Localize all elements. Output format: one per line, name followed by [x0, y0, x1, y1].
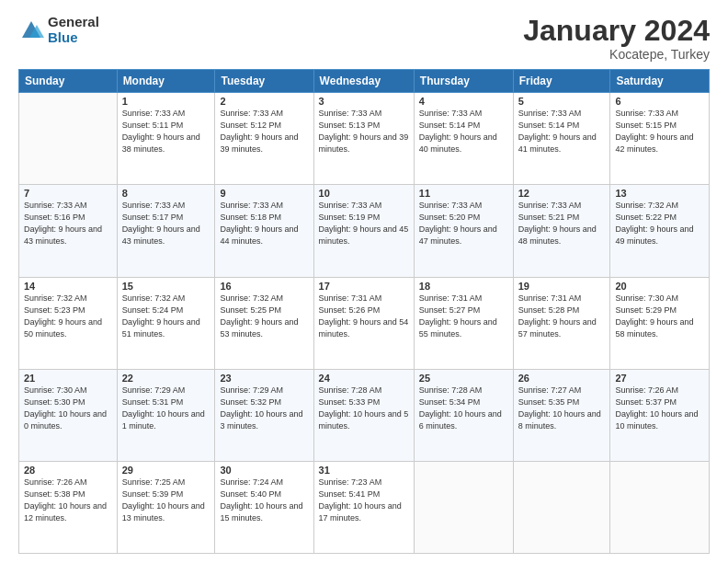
day-info: Sunrise: 7:25 AM Sunset: 5:39 PM Dayligh… [122, 477, 210, 524]
day-info: Sunrise: 7:33 AM Sunset: 5:21 PM Dayligh… [518, 200, 606, 247]
day-number: 22 [122, 373, 210, 384]
week-row-2: 7Sunrise: 7:33 AM Sunset: 5:16 PM Daylig… [19, 185, 710, 277]
day-number: 16 [220, 281, 308, 292]
day-number: 4 [419, 96, 508, 107]
day-number: 20 [615, 281, 704, 292]
day-info: Sunrise: 7:32 AM Sunset: 5:23 PM Dayligh… [24, 293, 112, 340]
day-info: Sunrise: 7:33 AM Sunset: 5:15 PM Dayligh… [615, 108, 704, 155]
weekday-header-row: Sunday Monday Tuesday Wednesday Thursday… [19, 70, 710, 93]
header-thursday: Thursday [414, 70, 513, 93]
day-number: 28 [24, 465, 112, 476]
day-number: 11 [419, 188, 508, 199]
day-number: 18 [419, 281, 508, 292]
table-row: 27Sunrise: 7:26 AM Sunset: 5:37 PM Dayli… [610, 369, 710, 461]
day-info: Sunrise: 7:33 AM Sunset: 5:14 PM Dayligh… [419, 108, 508, 155]
day-info: Sunrise: 7:33 AM Sunset: 5:18 PM Dayligh… [220, 200, 308, 247]
day-info: Sunrise: 7:30 AM Sunset: 5:30 PM Dayligh… [24, 385, 112, 432]
week-row-3: 14Sunrise: 7:32 AM Sunset: 5:23 PM Dayli… [19, 277, 710, 369]
day-number: 26 [518, 373, 606, 384]
day-info: Sunrise: 7:32 AM Sunset: 5:25 PM Dayligh… [220, 293, 308, 340]
day-number: 10 [319, 188, 409, 199]
table-row: 10Sunrise: 7:33 AM Sunset: 5:19 PM Dayli… [313, 185, 414, 277]
header-tuesday: Tuesday [215, 70, 313, 93]
day-number: 15 [122, 281, 210, 292]
logo-general-text: General [48, 15, 99, 30]
day-number: 31 [319, 465, 409, 476]
table-row: 22Sunrise: 7:29 AM Sunset: 5:31 PM Dayli… [117, 369, 215, 461]
day-number: 7 [24, 188, 112, 199]
day-info: Sunrise: 7:33 AM Sunset: 5:20 PM Dayligh… [419, 200, 508, 247]
day-number: 12 [518, 188, 606, 199]
table-row: 12Sunrise: 7:33 AM Sunset: 5:21 PM Dayli… [513, 185, 610, 277]
day-number: 8 [122, 188, 210, 199]
day-number: 25 [419, 373, 508, 384]
table-row: 19Sunrise: 7:31 AM Sunset: 5:28 PM Dayli… [513, 277, 610, 369]
calendar-page: General Blue January 2024 Kocatepe, Turk… [0, 0, 728, 563]
table-row: 3Sunrise: 7:33 AM Sunset: 5:13 PM Daylig… [313, 93, 414, 185]
title-block: January 2024 Kocatepe, Turkey [523, 15, 710, 62]
table-row [610, 461, 710, 553]
table-row: 2Sunrise: 7:33 AM Sunset: 5:12 PM Daylig… [215, 93, 313, 185]
table-row: 21Sunrise: 7:30 AM Sunset: 5:30 PM Dayli… [19, 369, 118, 461]
table-row [414, 461, 513, 553]
header-wednesday: Wednesday [313, 70, 414, 93]
location: Kocatepe, Turkey [523, 47, 710, 62]
day-info: Sunrise: 7:28 AM Sunset: 5:34 PM Dayligh… [419, 385, 508, 432]
day-number: 9 [220, 188, 308, 199]
day-info: Sunrise: 7:28 AM Sunset: 5:33 PM Dayligh… [319, 385, 409, 432]
table-row: 25Sunrise: 7:28 AM Sunset: 5:34 PM Dayli… [414, 369, 513, 461]
day-info: Sunrise: 7:26 AM Sunset: 5:37 PM Dayligh… [615, 385, 704, 432]
logo-blue-text: Blue [48, 30, 99, 46]
table-row: 4Sunrise: 7:33 AM Sunset: 5:14 PM Daylig… [414, 93, 513, 185]
table-row: 28Sunrise: 7:26 AM Sunset: 5:38 PM Dayli… [19, 461, 118, 553]
day-number: 2 [220, 96, 308, 107]
table-row: 5Sunrise: 7:33 AM Sunset: 5:14 PM Daylig… [513, 93, 610, 185]
day-number: 3 [319, 96, 409, 107]
day-info: Sunrise: 7:33 AM Sunset: 5:12 PM Dayligh… [220, 108, 308, 155]
table-row: 14Sunrise: 7:32 AM Sunset: 5:23 PM Dayli… [19, 277, 118, 369]
table-row: 24Sunrise: 7:28 AM Sunset: 5:33 PM Dayli… [313, 369, 414, 461]
logo: General Blue [18, 15, 99, 45]
day-info: Sunrise: 7:29 AM Sunset: 5:32 PM Dayligh… [220, 385, 308, 432]
day-number: 23 [220, 373, 308, 384]
day-number: 17 [319, 281, 409, 292]
day-info: Sunrise: 7:29 AM Sunset: 5:31 PM Dayligh… [122, 385, 210, 432]
day-info: Sunrise: 7:33 AM Sunset: 5:13 PM Dayligh… [319, 108, 409, 155]
logo-text: General Blue [48, 15, 99, 45]
table-row: 13Sunrise: 7:32 AM Sunset: 5:22 PM Dayli… [610, 185, 710, 277]
day-number: 13 [615, 188, 704, 199]
header-saturday: Saturday [610, 70, 710, 93]
table-row: 8Sunrise: 7:33 AM Sunset: 5:17 PM Daylig… [117, 185, 215, 277]
table-row: 6Sunrise: 7:33 AM Sunset: 5:15 PM Daylig… [610, 93, 710, 185]
day-info: Sunrise: 7:32 AM Sunset: 5:24 PM Dayligh… [122, 293, 210, 340]
table-row: 26Sunrise: 7:27 AM Sunset: 5:35 PM Dayli… [513, 369, 610, 461]
table-row: 18Sunrise: 7:31 AM Sunset: 5:27 PM Dayli… [414, 277, 513, 369]
table-row: 23Sunrise: 7:29 AM Sunset: 5:32 PM Dayli… [215, 369, 313, 461]
header-monday: Monday [117, 70, 215, 93]
day-info: Sunrise: 7:33 AM Sunset: 5:16 PM Dayligh… [24, 200, 112, 247]
header-friday: Friday [513, 70, 610, 93]
day-number: 29 [122, 465, 210, 476]
day-number: 19 [518, 281, 606, 292]
day-info: Sunrise: 7:26 AM Sunset: 5:38 PM Dayligh… [24, 477, 112, 524]
day-number: 30 [220, 465, 308, 476]
day-info: Sunrise: 7:33 AM Sunset: 5:19 PM Dayligh… [319, 200, 409, 247]
week-row-1: 1Sunrise: 7:33 AM Sunset: 5:11 PM Daylig… [19, 93, 710, 185]
table-row: 29Sunrise: 7:25 AM Sunset: 5:39 PM Dayli… [117, 461, 215, 553]
day-info: Sunrise: 7:30 AM Sunset: 5:29 PM Dayligh… [615, 293, 704, 340]
day-number: 27 [615, 373, 704, 384]
day-info: Sunrise: 7:31 AM Sunset: 5:26 PM Dayligh… [319, 293, 409, 340]
day-info: Sunrise: 7:33 AM Sunset: 5:14 PM Dayligh… [518, 108, 606, 155]
week-row-4: 21Sunrise: 7:30 AM Sunset: 5:30 PM Dayli… [19, 369, 710, 461]
table-row [19, 93, 118, 185]
day-info: Sunrise: 7:32 AM Sunset: 5:22 PM Dayligh… [615, 200, 704, 247]
week-row-5: 28Sunrise: 7:26 AM Sunset: 5:38 PM Dayli… [19, 461, 710, 553]
table-row: 20Sunrise: 7:30 AM Sunset: 5:29 PM Dayli… [610, 277, 710, 369]
table-row: 11Sunrise: 7:33 AM Sunset: 5:20 PM Dayli… [414, 185, 513, 277]
table-row: 1Sunrise: 7:33 AM Sunset: 5:11 PM Daylig… [117, 93, 215, 185]
table-row: 7Sunrise: 7:33 AM Sunset: 5:16 PM Daylig… [19, 185, 118, 277]
day-info: Sunrise: 7:33 AM Sunset: 5:17 PM Dayligh… [122, 200, 210, 247]
table-row: 30Sunrise: 7:24 AM Sunset: 5:40 PM Dayli… [215, 461, 313, 553]
table-row [513, 461, 610, 553]
day-info: Sunrise: 7:27 AM Sunset: 5:35 PM Dayligh… [518, 385, 606, 432]
